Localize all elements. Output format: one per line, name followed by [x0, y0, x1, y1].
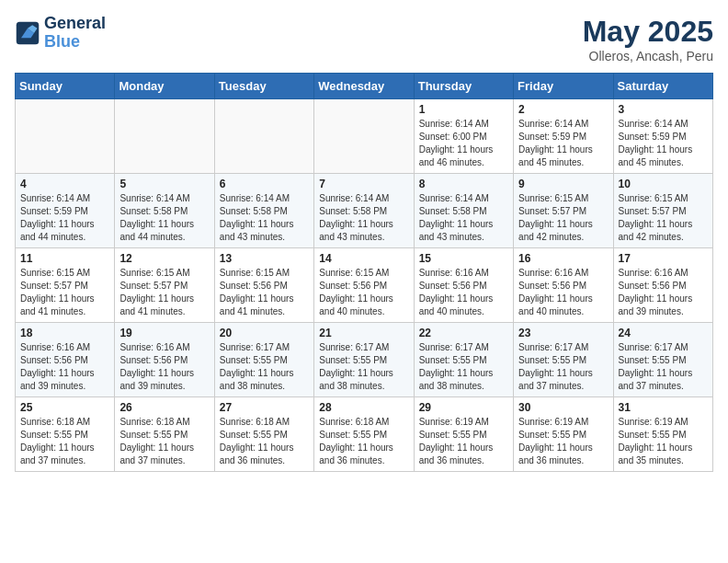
day-number: 5: [119, 178, 209, 190]
day-detail: Sunrise: 6:15 AMSunset: 5:57 PMDaylight:…: [518, 192, 608, 244]
day-number: 10: [619, 178, 708, 190]
day-number: 28: [319, 401, 408, 414]
calendar-day-cell: 24Sunrise: 6:17 AMSunset: 5:55 PMDayligh…: [613, 323, 712, 397]
day-detail: Sunrise: 6:16 AMSunset: 5:56 PMDaylight:…: [518, 267, 608, 318]
day-number: 27: [220, 401, 309, 414]
weekday-header: Saturday: [613, 74, 712, 99]
calendar-day-cell: [115, 99, 214, 174]
day-number: 25: [20, 401, 109, 414]
logo-line1: General: [44, 15, 106, 33]
weekday-header: Friday: [514, 74, 613, 99]
day-detail: Sunrise: 6:15 AMSunset: 5:56 PMDaylight:…: [220, 267, 309, 318]
day-detail: Sunrise: 6:17 AMSunset: 5:55 PMDaylight:…: [619, 341, 708, 393]
day-number: 26: [119, 401, 209, 414]
day-detail: Sunrise: 6:18 AMSunset: 5:55 PMDaylight:…: [220, 416, 309, 467]
calendar-day-cell: [16, 99, 115, 174]
day-detail: Sunrise: 6:14 AMSunset: 5:59 PMDaylight:…: [619, 118, 708, 169]
day-detail: Sunrise: 6:15 AMSunset: 5:57 PMDaylight:…: [20, 267, 109, 318]
logo: General Blue: [15, 15, 106, 52]
day-detail: Sunrise: 6:14 AMSunset: 5:58 PMDaylight:…: [119, 192, 209, 244]
day-detail: Sunrise: 6:15 AMSunset: 5:56 PMDaylight:…: [319, 267, 408, 318]
day-detail: Sunrise: 6:16 AMSunset: 5:56 PMDaylight:…: [119, 341, 209, 393]
day-number: 18: [20, 327, 109, 339]
calendar-day-cell: 19Sunrise: 6:16 AMSunset: 5:56 PMDayligh…: [115, 323, 214, 397]
day-number: 20: [220, 327, 309, 339]
calendar-day-cell: 13Sunrise: 6:15 AMSunset: 5:56 PMDayligh…: [214, 248, 313, 323]
calendar-day-cell: 29Sunrise: 6:19 AMSunset: 5:55 PMDayligh…: [414, 397, 513, 472]
day-detail: Sunrise: 6:14 AMSunset: 5:59 PMDaylight:…: [20, 192, 109, 244]
logo-icon: [15, 20, 40, 46]
calendar-table: SundayMondayTuesdayWednesdayThursdayFrid…: [15, 73, 713, 472]
calendar-day-cell: [314, 99, 414, 174]
day-number: 4: [20, 178, 109, 190]
day-number: 19: [119, 327, 209, 339]
day-number: 23: [518, 327, 608, 339]
day-detail: Sunrise: 6:18 AMSunset: 5:55 PMDaylight:…: [119, 416, 209, 467]
calendar-week-row: 1Sunrise: 6:14 AMSunset: 6:00 PMDaylight…: [16, 99, 713, 174]
calendar-day-cell: 12Sunrise: 6:15 AMSunset: 5:57 PMDayligh…: [115, 248, 214, 323]
day-number: 29: [419, 401, 508, 414]
calendar-day-cell: 20Sunrise: 6:17 AMSunset: 5:55 PMDayligh…: [214, 323, 313, 397]
day-detail: Sunrise: 6:14 AMSunset: 5:58 PMDaylight:…: [319, 192, 408, 244]
calendar-day-cell: 30Sunrise: 6:19 AMSunset: 5:55 PMDayligh…: [514, 397, 613, 472]
day-number: 22: [419, 327, 508, 339]
calendar-day-cell: 10Sunrise: 6:15 AMSunset: 5:57 PMDayligh…: [613, 174, 712, 248]
calendar-week-row: 18Sunrise: 6:16 AMSunset: 5:56 PMDayligh…: [16, 323, 713, 397]
day-number: 31: [619, 401, 708, 414]
day-number: 21: [319, 327, 408, 339]
day-number: 15: [419, 252, 508, 265]
day-number: 13: [220, 252, 309, 265]
calendar-day-cell: [214, 99, 313, 174]
weekday-header: Thursday: [414, 74, 513, 99]
day-number: 3: [619, 103, 708, 116]
day-detail: Sunrise: 6:15 AMSunset: 5:57 PMDaylight:…: [619, 192, 708, 244]
day-number: 16: [518, 252, 608, 265]
day-detail: Sunrise: 6:19 AMSunset: 5:55 PMDaylight:…: [619, 416, 708, 467]
day-detail: Sunrise: 6:15 AMSunset: 5:57 PMDaylight:…: [119, 267, 209, 318]
day-detail: Sunrise: 6:17 AMSunset: 5:55 PMDaylight:…: [419, 341, 508, 393]
day-detail: Sunrise: 6:19 AMSunset: 5:55 PMDaylight:…: [419, 416, 508, 467]
calendar-day-cell: 1Sunrise: 6:14 AMSunset: 6:00 PMDaylight…: [414, 99, 513, 174]
day-number: 11: [20, 252, 109, 265]
day-detail: Sunrise: 6:16 AMSunset: 5:56 PMDaylight:…: [20, 341, 109, 393]
day-detail: Sunrise: 6:16 AMSunset: 5:56 PMDaylight:…: [419, 267, 508, 318]
month-title: May 2025: [583, 15, 713, 49]
calendar-day-cell: 28Sunrise: 6:18 AMSunset: 5:55 PMDayligh…: [314, 397, 414, 472]
calendar-day-cell: 27Sunrise: 6:18 AMSunset: 5:55 PMDayligh…: [214, 397, 313, 472]
day-detail: Sunrise: 6:16 AMSunset: 5:56 PMDaylight:…: [619, 267, 708, 318]
day-number: 1: [419, 103, 508, 116]
calendar-day-cell: 9Sunrise: 6:15 AMSunset: 5:57 PMDaylight…: [514, 174, 613, 248]
day-detail: Sunrise: 6:14 AMSunset: 5:59 PMDaylight:…: [518, 118, 608, 169]
calendar-day-cell: 4Sunrise: 6:14 AMSunset: 5:59 PMDaylight…: [16, 174, 115, 248]
calendar-day-cell: 8Sunrise: 6:14 AMSunset: 5:58 PMDaylight…: [414, 174, 513, 248]
calendar-day-cell: 6Sunrise: 6:14 AMSunset: 5:58 PMDaylight…: [214, 174, 313, 248]
calendar-day-cell: 11Sunrise: 6:15 AMSunset: 5:57 PMDayligh…: [16, 248, 115, 323]
calendar-day-cell: 15Sunrise: 6:16 AMSunset: 5:56 PMDayligh…: [414, 248, 513, 323]
day-number: 6: [220, 178, 309, 190]
day-number: 30: [518, 401, 608, 414]
location-subtitle: Olleros, Ancash, Peru: [583, 49, 713, 63]
page-header: General Blue May 2025 Olleros, Ancash, P…: [15, 15, 713, 63]
day-number: 7: [319, 178, 408, 190]
logo-text: General Blue: [44, 15, 106, 52]
calendar-week-row: 25Sunrise: 6:18 AMSunset: 5:55 PMDayligh…: [16, 397, 713, 472]
calendar-week-row: 4Sunrise: 6:14 AMSunset: 5:59 PMDaylight…: [16, 174, 713, 248]
day-number: 14: [319, 252, 408, 265]
calendar-day-cell: 25Sunrise: 6:18 AMSunset: 5:55 PMDayligh…: [16, 397, 115, 472]
calendar-day-cell: 18Sunrise: 6:16 AMSunset: 5:56 PMDayligh…: [16, 323, 115, 397]
calendar-day-cell: 17Sunrise: 6:16 AMSunset: 5:56 PMDayligh…: [613, 248, 712, 323]
day-number: 17: [619, 252, 708, 265]
day-number: 12: [119, 252, 209, 265]
title-area: May 2025 Olleros, Ancash, Peru: [583, 15, 713, 63]
day-detail: Sunrise: 6:17 AMSunset: 5:55 PMDaylight:…: [319, 341, 408, 393]
calendar-day-cell: 14Sunrise: 6:15 AMSunset: 5:56 PMDayligh…: [314, 248, 414, 323]
calendar-day-cell: 2Sunrise: 6:14 AMSunset: 5:59 PMDaylight…: [514, 99, 613, 174]
calendar-day-cell: 7Sunrise: 6:14 AMSunset: 5:58 PMDaylight…: [314, 174, 414, 248]
calendar-day-cell: 21Sunrise: 6:17 AMSunset: 5:55 PMDayligh…: [314, 323, 414, 397]
calendar-day-cell: 5Sunrise: 6:14 AMSunset: 5:58 PMDaylight…: [115, 174, 214, 248]
calendar-day-cell: 23Sunrise: 6:17 AMSunset: 5:55 PMDayligh…: [514, 323, 613, 397]
day-number: 2: [518, 103, 608, 116]
day-detail: Sunrise: 6:18 AMSunset: 5:55 PMDaylight:…: [20, 416, 109, 467]
day-detail: Sunrise: 6:14 AMSunset: 5:58 PMDaylight:…: [220, 192, 309, 244]
day-detail: Sunrise: 6:17 AMSunset: 5:55 PMDaylight:…: [220, 341, 309, 393]
